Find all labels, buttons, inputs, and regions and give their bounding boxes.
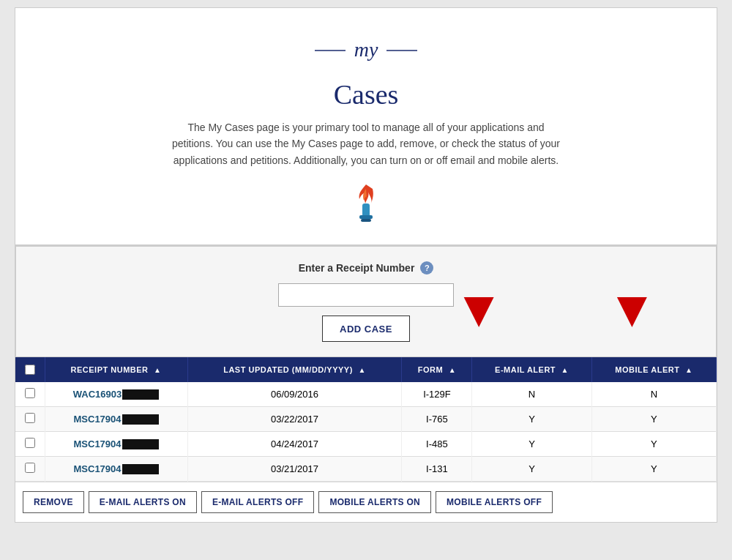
email-alert-value: N xyxy=(472,382,591,407)
form-type: I-765 xyxy=(402,407,472,432)
col-mobile-alert: MOBILE ALERT ▲ xyxy=(591,357,716,382)
table-header-row: RECEIPT NUMBER ▲ LAST UPDATED (MM/DD/YYY… xyxy=(15,357,717,382)
page-title: Cases xyxy=(45,78,687,111)
redacted-block xyxy=(122,439,159,449)
table-row: WAC1690306/09/2016I-129FNN xyxy=(15,382,717,407)
red-arrow-left: ▼ xyxy=(453,283,504,335)
row-checkbox[interactable] xyxy=(25,388,35,398)
last-updated: 06/09/2016 xyxy=(187,382,402,407)
updated-sort-icon[interactable]: ▲ xyxy=(358,366,365,374)
col-updated: LAST UPDATED (MM/DD/YYYY) ▲ xyxy=(187,357,402,382)
receipt-label-row: Enter a Receipt Number ? xyxy=(299,261,434,275)
receipt-sort-icon[interactable]: ▲ xyxy=(154,366,161,374)
col-receipt: RECEIPT NUMBER ▲ xyxy=(45,357,187,382)
email-alert-value: Y xyxy=(472,457,591,482)
receipt-link[interactable]: MSC17904 xyxy=(74,463,122,474)
col-form: FORM ▲ xyxy=(402,357,472,382)
mobile-alert-value: Y xyxy=(591,407,716,432)
mobile-alert-value: Y xyxy=(591,432,716,457)
form-type: I-129F xyxy=(402,382,472,407)
add-case-button[interactable]: ADD CASE xyxy=(322,316,410,342)
table-row: MSC1790403/22/2017I-765YY xyxy=(15,407,717,432)
mobile-alerts-on-button[interactable]: MOBILE ALERTS ON xyxy=(318,491,431,513)
last-updated: 04/24/2017 xyxy=(187,432,402,457)
top-section: my Cases The My Cases page is your prima… xyxy=(15,8,717,246)
svg-rect-3 xyxy=(362,204,370,217)
email-alerts-off-button[interactable]: E-MAIL ALERTS OFF xyxy=(201,491,314,513)
cases-table: RECEIPT NUMBER ▲ LAST UPDATED (MM/DD/YYY… xyxy=(15,357,717,482)
form-sort-icon[interactable]: ▲ xyxy=(449,366,456,374)
col-checkbox xyxy=(15,357,45,382)
mobile-alert-value: N xyxy=(591,382,716,407)
redacted-block xyxy=(122,389,159,400)
logo-icon: my xyxy=(307,30,425,67)
form-type: I-131 xyxy=(402,457,472,482)
mobile-alert-value: Y xyxy=(591,457,716,482)
page-container: my Cases The My Cases page is your prima… xyxy=(15,7,717,523)
receipt-link[interactable]: MSC17904 xyxy=(74,414,122,425)
col-email-alert: E-MAIL ALERT ▲ xyxy=(472,357,591,382)
email-sort-icon[interactable]: ▲ xyxy=(561,366,569,374)
redacted-block xyxy=(122,414,159,425)
bottom-buttons: REMOVEE-MAIL ALERTS ONE-MAIL ALERTS OFFM… xyxy=(15,482,717,522)
table-body: WAC1690306/09/2016I-129FNNMSC1790403/22/… xyxy=(15,382,717,482)
table-row: MSC1790403/21/2017I-131YY xyxy=(15,457,717,482)
select-all-checkbox[interactable] xyxy=(25,365,35,375)
row-checkbox[interactable] xyxy=(25,438,35,448)
table-row: MSC1790404/24/2017I-485YY xyxy=(15,432,717,457)
page-description: The My Cases page is your primary tool t… xyxy=(168,119,564,168)
redacted-block xyxy=(122,464,159,474)
svg-rect-5 xyxy=(361,219,371,222)
red-arrow-right: ▼ xyxy=(607,283,657,335)
logo-area: my xyxy=(45,30,687,72)
receipt-number-input[interactable] xyxy=(278,283,454,307)
email-alerts-on-button[interactable]: E-MAIL ALERTS ON xyxy=(89,491,197,513)
form-inner: Enter a Receipt Number ? ADD CASE ▼ ▼ xyxy=(31,261,701,342)
arrows-overlay: ▼ ▼ xyxy=(453,283,657,335)
table-section: RECEIPT NUMBER ▲ LAST UPDATED (MM/DD/YYY… xyxy=(15,357,717,482)
row-checkbox[interactable] xyxy=(25,463,35,473)
svg-text:my: my xyxy=(354,38,378,61)
remove-button[interactable]: REMOVE xyxy=(23,491,84,513)
receipt-link[interactable]: MSC17904 xyxy=(74,438,122,449)
row-checkbox[interactable] xyxy=(25,413,35,423)
mobile-sort-icon[interactable]: ▲ xyxy=(685,366,692,374)
last-updated: 03/22/2017 xyxy=(187,407,402,432)
form-type: I-485 xyxy=(402,432,472,457)
svg-rect-4 xyxy=(359,215,373,219)
receipt-label: Enter a Receipt Number xyxy=(299,262,415,274)
help-icon[interactable]: ? xyxy=(420,261,433,275)
last-updated: 03/21/2017 xyxy=(187,457,402,482)
receipt-link[interactable]: WAC16903 xyxy=(73,389,122,400)
torch-icon xyxy=(348,183,384,227)
email-alert-value: Y xyxy=(472,432,591,457)
mobile-alerts-off-button[interactable]: MOBILE ALERTS OFF xyxy=(436,491,553,513)
form-section: Enter a Receipt Number ? ADD CASE ▼ ▼ xyxy=(15,246,717,357)
email-alert-value: Y xyxy=(472,407,591,432)
